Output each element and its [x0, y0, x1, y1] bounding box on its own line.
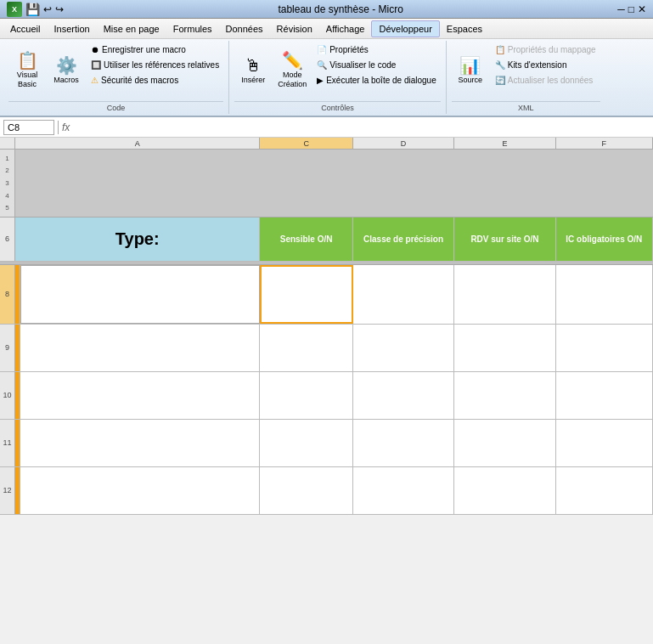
- executer-boite-button[interactable]: ▶ Exécuter la boîte de dialogue: [312, 73, 441, 88]
- formula-input[interactable]: [73, 120, 650, 135]
- data-row-11: 11: [0, 420, 653, 467]
- mode-creation-icon: ✏️: [282, 52, 303, 69]
- menu-espaces[interactable]: Espaces: [440, 21, 489, 37]
- cell-C12[interactable]: [260, 467, 352, 514]
- col-header-F[interactable]: F: [556, 138, 653, 149]
- cell-C8[interactable]: [260, 265, 352, 324]
- actualiser-donnees-button[interactable]: 🔄 Actualiser les données: [491, 73, 600, 88]
- cell-reference-box[interactable]: [3, 120, 54, 135]
- menu-donnees[interactable]: Données: [219, 21, 270, 37]
- col-header-E[interactable]: E: [454, 138, 555, 149]
- proprietes-mappage-label: Propriétés du mappage: [508, 45, 596, 54]
- source-icon: 📊: [459, 57, 481, 74]
- cell-E10[interactable]: [454, 372, 555, 419]
- col-header-D[interactable]: D: [353, 138, 454, 149]
- cell-B11[interactable]: [20, 420, 260, 466]
- col-header-A[interactable]: A: [15, 138, 260, 149]
- close-button[interactable]: ✕: [638, 3, 646, 15]
- cell-B8[interactable]: [20, 265, 260, 324]
- data-row-9: 9: [0, 325, 653, 372]
- rdv-site-header[interactable]: RDV sur site O/N: [454, 217, 555, 261]
- data-row-10: 10: [0, 372, 653, 420]
- quick-access-redo[interactable]: ↪: [55, 3, 64, 15]
- row-num-12: 12: [0, 467, 15, 514]
- ic-obligatoires-header-label: IC obligatoires O/N: [566, 234, 642, 244]
- cell-F8[interactable]: [556, 265, 653, 324]
- spreadsheet: A C D E F 1 2 3 4 5 6 Type: Sensible O/N…: [0, 138, 653, 515]
- cell-E8[interactable]: [454, 265, 555, 324]
- type-cell[interactable]: Type:: [15, 217, 260, 261]
- code-group-label: Code: [8, 101, 223, 112]
- kits-extension-button[interactable]: 🔧 Kits d'extension: [491, 58, 600, 72]
- macros-button[interactable]: ⚙️ Macros: [48, 42, 85, 99]
- ribbon-group-controles: 🖱 Insérer ✏️ ModeCréation 📄 Propriétés 🔍…: [229, 41, 447, 114]
- col-header-C[interactable]: C: [260, 138, 352, 149]
- classe-precision-header[interactable]: Classe de précision: [353, 217, 454, 261]
- menu-mise-en-page[interactable]: Mise en page: [97, 21, 166, 37]
- ribbon-group-xml: 📊 Source 📋 Propriétés du mappage 🔧 Kits …: [447, 41, 605, 114]
- proprietes-mappage-button[interactable]: 📋 Propriétés du mappage: [491, 42, 600, 57]
- cell-D12[interactable]: [353, 467, 454, 514]
- ribbon: 📋 VisualBasic ⚙️ Macros ⏺ Enregistrer un…: [0, 39, 653, 117]
- cell-F12[interactable]: [556, 467, 653, 514]
- menu-accueil[interactable]: Accueil: [3, 21, 47, 37]
- cell-E9[interactable]: [454, 325, 555, 371]
- references-relatives-icon: 🔲: [91, 60, 101, 70]
- inserer-label: Insérer: [241, 76, 265, 84]
- sensible-header[interactable]: Sensible O/N: [260, 217, 352, 261]
- enregistrer-macro-button[interactable]: ⏺ Enregistrer une macro: [87, 42, 223, 57]
- cell-D11[interactable]: [353, 420, 454, 466]
- cell-B12[interactable]: [20, 467, 260, 514]
- ribbon-content: 📋 VisualBasic ⚙️ Macros ⏺ Enregistrer un…: [0, 39, 653, 116]
- cell-C10[interactable]: [260, 372, 352, 419]
- cell-F11[interactable]: [556, 420, 653, 466]
- row-nums-1-5: 1 2 3 4 5: [0, 150, 15, 217]
- cell-F9[interactable]: [556, 325, 653, 371]
- cell-C11[interactable]: [260, 420, 352, 466]
- securite-macros-button[interactable]: ⚠ Sécurité des macros: [87, 73, 223, 88]
- references-relatives-button[interactable]: 🔲 Utiliser les références relatives: [87, 58, 223, 72]
- cell-B9[interactable]: [20, 325, 260, 371]
- mode-creation-button[interactable]: ✏️ ModeCréation: [273, 42, 311, 99]
- maximize-button[interactable]: □: [628, 3, 634, 15]
- inserer-icon: 🖱: [245, 57, 262, 74]
- quick-access-save[interactable]: 💾: [25, 3, 40, 16]
- minimize-button[interactable]: ─: [617, 3, 625, 15]
- source-button[interactable]: 📊 Source: [452, 42, 489, 99]
- inserer-button[interactable]: 🖱 Insérer: [234, 42, 272, 99]
- row-num-header: [0, 138, 15, 149]
- menu-formules[interactable]: Formules: [166, 21, 219, 37]
- formula-divider: [58, 121, 59, 134]
- row-num-6: 6: [0, 217, 15, 261]
- row-num-10: 10: [0, 372, 15, 419]
- cell-D9[interactable]: [353, 325, 454, 371]
- data-row-8: 8: [0, 265, 653, 325]
- references-relatives-label: Utiliser les références relatives: [104, 60, 219, 70]
- actualiser-donnees-label: Actualiser les données: [508, 76, 594, 85]
- enregistrer-macro-label: Enregistrer une macro: [102, 45, 186, 54]
- fx-label: fx: [62, 121, 70, 133]
- menu-developpeur[interactable]: Développeur: [371, 20, 439, 37]
- rdv-site-header-label: RDV sur site O/N: [470, 234, 538, 244]
- cell-B10[interactable]: [20, 372, 260, 419]
- visual-basic-button[interactable]: 📋 VisualBasic: [8, 42, 46, 99]
- cell-E11[interactable]: [454, 420, 555, 466]
- menu-revision[interactable]: Révision: [270, 21, 319, 37]
- ic-obligatoires-header[interactable]: IC obligatoires O/N: [556, 217, 653, 261]
- cell-E12[interactable]: [454, 467, 555, 514]
- cell-F10[interactable]: [556, 372, 653, 419]
- quick-access-undo[interactable]: ↩: [43, 3, 52, 15]
- sensible-header-label: Sensible O/N: [280, 234, 333, 244]
- visualiser-code-button[interactable]: 🔍 Visualiser le code: [312, 58, 441, 72]
- cell-C9[interactable]: [260, 325, 352, 371]
- cell-D8[interactable]: [353, 265, 454, 324]
- visualiser-code-label: Visualiser le code: [329, 60, 396, 70]
- row-num-9: 9: [0, 325, 15, 371]
- menu-insertion[interactable]: Insertion: [47, 21, 96, 37]
- cell-D10[interactable]: [353, 372, 454, 419]
- menu-affichage[interactable]: Affichage: [319, 21, 372, 37]
- gray-top-area: 1 2 3 4 5: [0, 150, 653, 217]
- proprietes-button[interactable]: 📄 Propriétés: [312, 42, 441, 57]
- type-label: Type:: [115, 229, 160, 249]
- kits-extension-icon: 🔧: [495, 60, 505, 70]
